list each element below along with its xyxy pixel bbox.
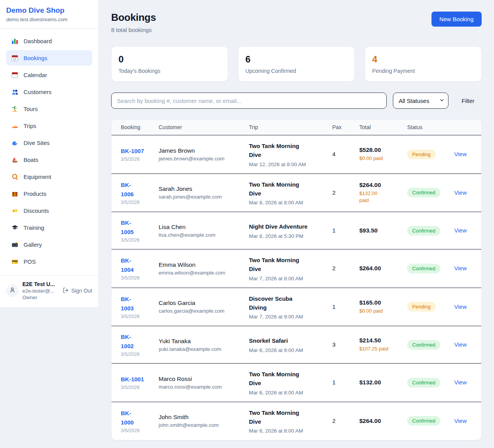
stat-card: 6Upcoming Confirmed — [238, 46, 355, 82]
column-header-actions — [451, 120, 481, 135]
sidebar-item-label: Products — [24, 190, 46, 197]
sailboat-icon — [11, 156, 19, 163]
booking-number-link[interactable]: BK- 1000 — [121, 409, 152, 427]
booking-date: 3/5/2026 — [121, 428, 152, 433]
customer-email: john.smith@example.com — [159, 422, 243, 428]
page-header: Bookings 8 total bookings New Booking — [111, 12, 482, 33]
table-row: BK- 1005 3/5/2026 Lisa Chen lisa.chen@ex… — [112, 212, 481, 249]
page-subtitle: 8 total bookings — [111, 27, 156, 33]
booking-number-link[interactable]: BK- 1004 — [121, 256, 152, 275]
sidebar-item-discounts[interactable]: Discounts — [6, 203, 92, 218]
new-booking-button[interactable]: New Booking — [431, 12, 482, 27]
bookings-table: BookingCustomerTripPaxTotalStatus BK-100… — [112, 120, 481, 440]
customer-name: Yuki Tanaka — [159, 338, 243, 345]
total-amount: $528.00 — [359, 147, 401, 153]
sidebar-item-customers[interactable]: Customers — [6, 84, 92, 99]
status-select[interactable]: All Statuses — [393, 93, 448, 109]
sign-out-button[interactable]: Sign Out — [62, 287, 92, 295]
brand-name[interactable]: Demo Dive Shop — [6, 6, 92, 15]
stat-card: 4Pending Payment — [365, 46, 482, 82]
filter-row: All Statuses Filter — [111, 93, 482, 109]
pax-count: 1 — [332, 227, 335, 234]
paid-amount: $107.25 paid — [359, 345, 401, 352]
booking-number-link[interactable]: BK- 1003 — [121, 295, 152, 313]
speedboat-icon — [11, 122, 19, 130]
sidebar-item-label: Discounts — [24, 207, 49, 214]
booking-number-link[interactable]: BK-1007 — [121, 147, 152, 156]
booking-number-link[interactable]: BK- 1005 — [121, 218, 152, 237]
trip-date: Mar 8, 2026 at 5:30 PM — [249, 233, 326, 239]
total-amount: $264.00 — [359, 418, 401, 424]
sidebar-item-equipment[interactable]: Equipment — [6, 169, 92, 184]
total-amount: $132.00 — [359, 379, 401, 386]
sidebar-item-dashboard[interactable]: Dashboard — [6, 33, 92, 49]
sidebar-item-bookings[interactable]: 17Bookings — [6, 50, 92, 66]
user-box: E2E Test U... e2e-tester@... Owner Sign … — [0, 275, 98, 307]
column-header-pax: Pax — [329, 120, 356, 135]
view-link[interactable]: View — [454, 189, 467, 196]
sidebar-item-trips[interactable]: Trips — [6, 118, 92, 133]
sidebar-item-boats[interactable]: Boats — [6, 152, 92, 167]
column-header-total: Total — [356, 120, 404, 135]
booking-number-link[interactable]: BK-1001 — [121, 375, 152, 384]
search-input[interactable] — [111, 93, 387, 109]
brand[interactable]: Demo Dive Shop demo.test.divestreams.com — [0, 0, 98, 29]
sidebar-item-label: Equipment — [24, 173, 51, 180]
page-title: Bookings — [111, 12, 156, 24]
pax-count: 1 — [332, 379, 335, 386]
column-header-status: Status — [404, 120, 451, 135]
view-link[interactable]: View — [454, 341, 467, 348]
status-badge: Confirmed — [407, 378, 440, 387]
view-link[interactable]: View — [454, 418, 467, 424]
sidebar-item-pos[interactable]: POS — [6, 254, 92, 269]
sidebar-item-tours[interactable]: Tours — [6, 101, 92, 116]
view-link[interactable]: View — [454, 265, 467, 271]
sidebar-item-label: Dive Sites — [24, 140, 50, 146]
table-row: BK- 1006 3/5/2026 Sarah Jones sarah.jone… — [112, 173, 481, 212]
user-meta: E2E Test U... e2e-tester@... Owner — [22, 281, 58, 300]
stat-value: 6 — [245, 54, 348, 65]
trip-date: Mar 8, 2026 at 8:00 AM — [249, 200, 326, 205]
status-badge: Confirmed — [407, 340, 440, 350]
view-link[interactable]: View — [454, 151, 467, 157]
paid-amount: $132.00 paid — [359, 190, 401, 204]
sidebar-item-label: Training — [24, 224, 44, 231]
sidebar-item-products[interactable]: Products — [6, 186, 92, 201]
view-link[interactable]: View — [454, 227, 467, 234]
user-email: e2e-tester@... — [22, 288, 58, 294]
sidebar-item-training[interactable]: Training — [6, 220, 92, 235]
trip-name: Two Tank Morning Dive — [249, 370, 326, 388]
sidebar-item-label: Boats — [24, 157, 38, 163]
people-icon — [11, 88, 19, 96]
tag-icon — [11, 207, 19, 214]
total-amount: $93.50 — [359, 227, 401, 234]
trip-date: Mar 12, 2026 at 8:00 AM — [249, 162, 326, 167]
customer-email: yuki.tanaka@example.com — [159, 346, 243, 352]
trip-name: Discover Scuba Diving — [249, 294, 326, 312]
column-header-customer: Customer — [156, 120, 246, 135]
trip-date: Mar 6, 2026 at 8:00 AM — [249, 390, 326, 396]
filter-button[interactable]: Filter — [462, 98, 474, 104]
customer-email: lisa.chen@example.com — [159, 232, 243, 238]
booking-number-link[interactable]: BK- 1002 — [121, 332, 152, 351]
stat-card: 0Today's Bookings — [111, 46, 228, 82]
pax-count: 4 — [332, 151, 335, 157]
stat-label: Pending Payment — [372, 68, 474, 74]
sidebar-item-calendar[interactable]: Calendar — [6, 67, 92, 83]
stat-value: 0 — [118, 54, 221, 65]
trip-name: Two Tank Morning Dive — [249, 141, 326, 160]
sidebar-item-dive-sites[interactable]: Dive Sites — [6, 135, 92, 150]
customer-name: Marco Rossi — [159, 376, 243, 382]
customer-name: Sarah Jones — [159, 185, 243, 192]
trip-name: Snorkel Safari — [249, 336, 326, 345]
customer-email: emma.wilson@example.com — [159, 270, 243, 276]
camera-icon — [11, 241, 19, 248]
status-badge: Confirmed — [407, 416, 440, 426]
customer-name: Emma Wilson — [159, 261, 243, 268]
view-link[interactable]: View — [454, 303, 467, 310]
brand-domain: demo.test.divestreams.com — [6, 17, 92, 22]
grad-cap-icon — [11, 224, 19, 231]
sidebar-item-gallery[interactable]: Gallery — [6, 237, 92, 252]
booking-number-link[interactable]: BK- 1006 — [121, 180, 152, 199]
view-link[interactable]: View — [454, 379, 467, 386]
